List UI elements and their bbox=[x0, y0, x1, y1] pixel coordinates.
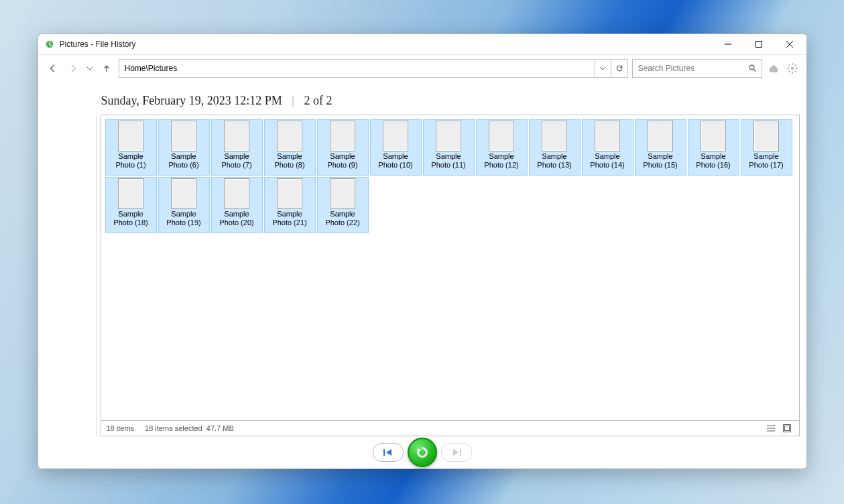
window-title: Pictures - File History bbox=[60, 40, 713, 49]
thumbnail-icon bbox=[648, 121, 672, 151]
file-label: Sample Photo (18) bbox=[113, 210, 147, 227]
file-label: Sample Photo (11) bbox=[431, 152, 465, 170]
close-button[interactable] bbox=[774, 34, 805, 54]
file-label: Sample Photo (16) bbox=[696, 152, 730, 170]
minimize-button[interactable] bbox=[713, 34, 743, 54]
thumbnail-icon bbox=[595, 121, 619, 151]
file-item[interactable]: Sample Photo (1) bbox=[105, 119, 157, 176]
svg-point-5 bbox=[749, 65, 754, 70]
file-item[interactable]: Sample Photo (11) bbox=[423, 119, 475, 176]
file-item[interactable]: Sample Photo (18) bbox=[105, 177, 157, 233]
thumbnail-icon bbox=[225, 179, 249, 208]
app-icon bbox=[45, 40, 54, 49]
thumbnail-icon bbox=[754, 121, 778, 151]
navigation-pane[interactable] bbox=[45, 115, 97, 436]
thumbnail-icon bbox=[701, 121, 725, 151]
file-label: Sample Photo (20) bbox=[219, 210, 253, 227]
file-item[interactable]: Sample Photo (13) bbox=[529, 119, 581, 176]
search-box bbox=[632, 59, 762, 78]
svg-rect-2 bbox=[756, 42, 762, 48]
titlebar: Pictures - File History bbox=[38, 34, 806, 55]
thumbnail-icon bbox=[278, 121, 302, 151]
file-label: Sample Photo (7) bbox=[221, 152, 251, 170]
file-item[interactable]: Sample Photo (19) bbox=[158, 177, 210, 233]
up-button[interactable] bbox=[99, 60, 115, 76]
file-label: Sample Photo (14) bbox=[590, 152, 624, 170]
address-input[interactable] bbox=[119, 60, 594, 77]
file-item[interactable]: Sample Photo (6) bbox=[158, 119, 210, 176]
file-label: Sample Photo (10) bbox=[378, 152, 412, 170]
file-item[interactable]: Sample Photo (20) bbox=[211, 177, 263, 233]
file-label: Sample Photo (8) bbox=[274, 152, 304, 170]
refresh-button[interactable] bbox=[611, 60, 627, 77]
gear-icon[interactable] bbox=[785, 61, 800, 76]
version-datetime: Sunday, February 19, 2023 12:12 PM bbox=[101, 94, 282, 107]
file-label: Sample Photo (21) bbox=[272, 210, 306, 227]
back-button[interactable] bbox=[45, 60, 61, 76]
address-dropdown-icon[interactable] bbox=[594, 60, 611, 77]
home-icon[interactable] bbox=[766, 61, 781, 76]
status-item-count: 18 items bbox=[107, 424, 135, 432]
restore-button[interactable] bbox=[408, 438, 437, 467]
svg-point-7 bbox=[790, 67, 793, 70]
content-area: Sample Photo (1)Sample Photo (6)Sample P… bbox=[38, 115, 806, 436]
thumbnail-icon bbox=[172, 121, 196, 151]
svg-rect-21 bbox=[784, 426, 789, 431]
file-history-window: Pictures - File History Sunday, February… bbox=[38, 34, 807, 469]
file-label: Sample Photo (19) bbox=[166, 210, 200, 227]
version-heading: Sunday, February 19, 2023 12:12 PM | 2 o… bbox=[38, 82, 806, 115]
file-label: Sample Photo (15) bbox=[643, 152, 677, 170]
svg-line-13 bbox=[794, 71, 796, 72]
thumbnail-icon bbox=[383, 121, 408, 151]
search-input[interactable] bbox=[633, 64, 744, 73]
toolbar bbox=[38, 55, 806, 82]
file-item[interactable]: Sample Photo (10) bbox=[370, 119, 422, 176]
version-nav-panel bbox=[38, 436, 806, 468]
file-label: Sample Photo (12) bbox=[484, 152, 518, 170]
file-label: Sample Photo (9) bbox=[327, 152, 357, 170]
file-item[interactable]: Sample Photo (8) bbox=[264, 119, 316, 176]
version-position: 2 of 2 bbox=[304, 94, 332, 107]
thumbnail-icon bbox=[542, 121, 566, 151]
address-bar bbox=[119, 59, 628, 78]
status-selected: 18 items selected 47.7 MB bbox=[145, 424, 234, 432]
thumbnail-icon bbox=[330, 121, 355, 151]
search-icon[interactable] bbox=[744, 64, 762, 72]
thumbnail-icon bbox=[436, 121, 461, 151]
status-bar: 18 items 18 items selected 47.7 MB bbox=[101, 421, 800, 436]
svg-line-15 bbox=[788, 71, 790, 72]
file-item[interactable]: Sample Photo (22) bbox=[317, 177, 369, 233]
svg-line-12 bbox=[788, 65, 790, 66]
next-version-button[interactable] bbox=[441, 443, 472, 462]
previous-version-button[interactable] bbox=[373, 443, 404, 462]
svg-line-6 bbox=[753, 70, 756, 72]
file-item[interactable]: Sample Photo (21) bbox=[264, 177, 316, 233]
file-label: Sample Photo (17) bbox=[749, 152, 783, 170]
svg-line-14 bbox=[794, 65, 796, 66]
file-item[interactable]: Sample Photo (16) bbox=[688, 119, 739, 176]
thumbnail-icon bbox=[330, 179, 355, 208]
file-item[interactable]: Sample Photo (9) bbox=[317, 119, 369, 176]
thumbnail-icon bbox=[225, 121, 249, 151]
thumbnail-icon bbox=[119, 121, 143, 151]
file-item[interactable]: Sample Photo (15) bbox=[635, 119, 686, 176]
thumbnail-icon bbox=[172, 179, 196, 208]
thumbnail-icon bbox=[278, 179, 302, 208]
file-label: Sample Photo (6) bbox=[168, 152, 198, 170]
file-item[interactable]: Sample Photo (12) bbox=[476, 119, 528, 176]
file-item[interactable]: Sample Photo (7) bbox=[211, 119, 263, 176]
forward-button[interactable] bbox=[65, 60, 81, 76]
file-list[interactable]: Sample Photo (1)Sample Photo (6)Sample P… bbox=[101, 115, 800, 421]
history-dropdown-icon[interactable] bbox=[85, 60, 95, 76]
maximize-button[interactable] bbox=[743, 34, 774, 54]
thumbnail-icon bbox=[119, 179, 143, 208]
thumbnail-icon bbox=[489, 121, 514, 151]
file-label: Sample Photo (22) bbox=[325, 210, 359, 227]
file-label: Sample Photo (13) bbox=[537, 152, 571, 170]
thumbnails-view-icon[interactable] bbox=[780, 422, 794, 435]
file-label: Sample Photo (1) bbox=[115, 152, 145, 170]
details-view-icon[interactable] bbox=[764, 422, 778, 435]
file-item[interactable]: Sample Photo (14) bbox=[582, 119, 634, 176]
file-item[interactable]: Sample Photo (17) bbox=[741, 119, 792, 176]
